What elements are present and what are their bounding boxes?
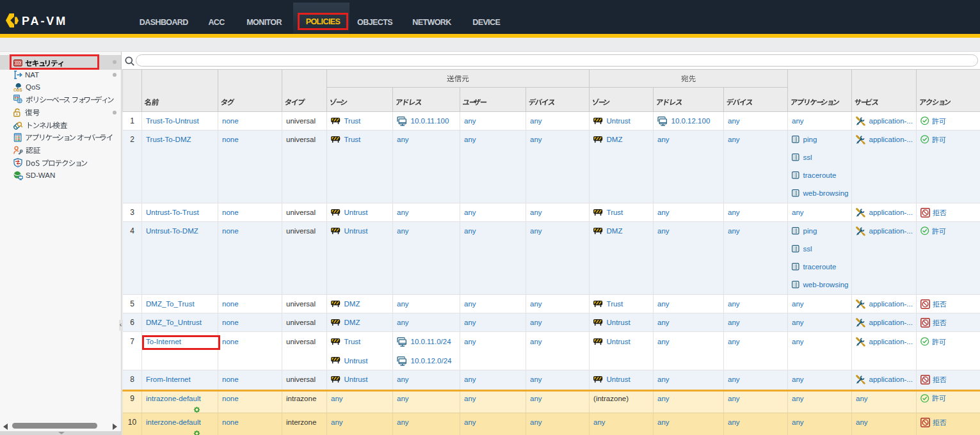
svg-text:QoS: QoS — [13, 88, 22, 91]
